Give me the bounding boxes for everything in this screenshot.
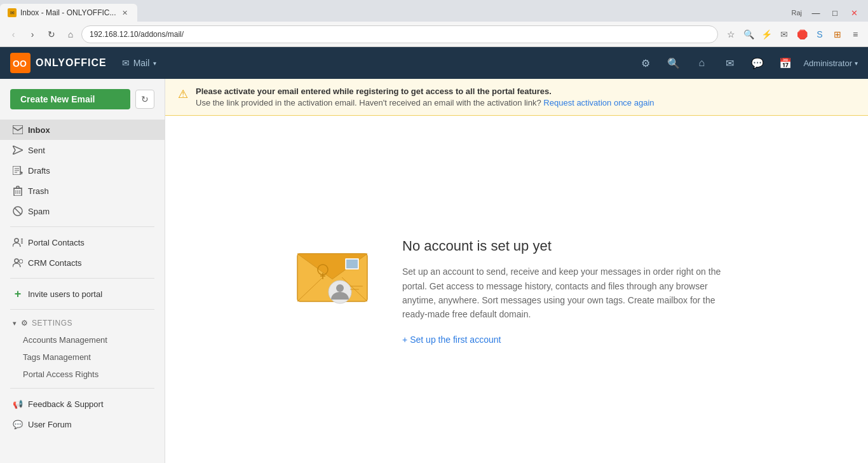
crm-contacts-label: CRM Contacts	[28, 258, 82, 268]
maximize-button[interactable]: □	[826, 4, 844, 22]
sidebar-nav: Inbox Sent Drafts	[0, 120, 165, 457]
sidebar-divider-2	[10, 278, 154, 279]
feedback-icon: 📢	[13, 399, 23, 409]
logo-icon: OO	[10, 53, 31, 73]
drafts-label: Drafts	[28, 166, 50, 176]
svg-rect-30	[346, 259, 358, 268]
reload-button[interactable]: ↻	[43, 26, 60, 43]
sidebar-item-accounts-mgmt[interactable]: Accounts Management	[0, 331, 165, 349]
spam-icon	[13, 206, 23, 216]
mail-header-icon[interactable]: ✉	[719, 53, 740, 73]
sidebar-item-user-forum[interactable]: 💬 User Forum	[0, 414, 165, 434]
settings-gear-icon: ⚙	[21, 319, 29, 328]
admin-menu-button[interactable]: Administrator ▾	[803, 59, 858, 68]
alert-body: Use the link provided in the activation …	[196, 98, 541, 107]
extension3-icon[interactable]: ✉	[776, 27, 792, 42]
portal-contacts-label: Portal Contacts	[28, 238, 85, 247]
extension6-icon[interactable]: ⊞	[830, 27, 845, 42]
inbox-label: Inbox	[28, 125, 50, 135]
header-right: ⚙ 🔍 ⌂ ✉ 💬 📅 Administrator ▾	[635, 53, 858, 73]
setup-link-text: Set up the first account	[410, 335, 501, 345]
forward-button[interactable]: ›	[24, 26, 41, 43]
search-header-icon[interactable]: 🔍	[663, 53, 684, 73]
tab-title: Inbox - Mail - ONLYOFFIC...	[20, 8, 116, 17]
trash-label: Trash	[28, 186, 49, 196]
sidebar-item-portal-contacts[interactable]: Portal Contacts	[0, 232, 165, 252]
feedback-label: Feedback & Support	[28, 399, 104, 409]
sidebar-item-tags-mgmt[interactable]: Tags Management	[0, 349, 165, 366]
sidebar-item-portal-access[interactable]: Portal Access Rights	[0, 366, 165, 383]
invite-plus-icon: +	[13, 289, 23, 299]
extension2-icon[interactable]: ⚡	[759, 27, 774, 42]
sidebar-item-inbox[interactable]: Inbox	[0, 120, 165, 140]
address-bar[interactable]: 192.168.12.10/addons/mail/	[81, 25, 718, 43]
mail-module-label: Mail	[133, 58, 150, 68]
extension5-icon[interactable]: S	[812, 27, 827, 42]
svg-point-23	[15, 259, 18, 263]
forum-icon: 💬	[13, 419, 23, 429]
sidebar-divider-3	[10, 309, 154, 310]
bookmark-star-icon[interactable]: ☆	[723, 27, 738, 42]
sidebar-item-spam[interactable]: Spam	[0, 201, 165, 221]
sent-icon	[13, 145, 23, 155]
sidebar-divider-1	[10, 226, 154, 227]
sidebar-item-sent[interactable]: Sent	[0, 140, 165, 160]
alert-title: Please activate your email entered while…	[196, 86, 654, 96]
empty-state-inner: No account is set up yet Set up an accou…	[294, 238, 739, 345]
create-email-button[interactable]: Create New Email	[10, 89, 130, 109]
home-header-icon[interactable]: ⌂	[691, 53, 712, 73]
user-forum-label: User Forum	[28, 420, 72, 429]
settings-chevron-icon: ▾	[13, 319, 17, 328]
sidebar-item-invite[interactable]: + Invite users to portal	[0, 284, 165, 304]
browser-tab[interactable]: ✉ Inbox - Mail - ONLYOFFIC... ✕	[0, 4, 137, 22]
mail-module-arrow: ▾	[153, 60, 156, 67]
chat-header-icon[interactable]: 💬	[747, 53, 768, 73]
portal-access-label: Portal Access Rights	[23, 370, 98, 379]
empty-state-title: No account is set up yet	[402, 238, 739, 254]
alert-banner: ⚠ Please activate your email entered whi…	[165, 79, 868, 116]
minimize-button[interactable]: —	[807, 4, 825, 22]
extension1-icon[interactable]: 🔍	[741, 27, 756, 42]
app-header: OO ONLYOFFICE ✉ Mail ▾ ⚙ 🔍 ⌂ ✉ 💬 📅 Admin…	[0, 47, 868, 79]
calendar-header-icon[interactable]: 📅	[775, 53, 796, 73]
back-button[interactable]: ‹	[5, 26, 22, 43]
portal-contacts-icon	[13, 237, 23, 247]
url-text: 192.168.12.10/addons/mail/	[90, 30, 184, 39]
tags-mgmt-label: Tags Management	[23, 352, 91, 362]
svg-rect-34	[350, 289, 359, 290]
crm-contacts-icon	[13, 258, 23, 268]
user-badge: Raj	[787, 4, 806, 22]
svg-rect-2	[13, 125, 23, 134]
admin-arrow: ▾	[855, 60, 858, 67]
setup-plus-icon: +	[402, 335, 407, 345]
sidebar-item-drafts[interactable]: Drafts	[0, 160, 165, 181]
menu-icon[interactable]: ≡	[848, 27, 863, 42]
refresh-button[interactable]: ↻	[135, 90, 154, 109]
sidebar-item-feedback[interactable]: 📢 Feedback & Support	[0, 394, 165, 414]
setup-first-account-link[interactable]: + Set up the first account	[402, 335, 739, 345]
svg-marker-3	[13, 146, 23, 155]
svg-line-18	[15, 208, 21, 214]
logo-text: ONLYOFFICE	[36, 57, 107, 69]
alert-text: Please activate your email entered while…	[196, 86, 654, 107]
home-nav-button[interactable]: ⌂	[62, 26, 79, 43]
sidebar-item-crm-contacts[interactable]: CRM Contacts	[0, 252, 165, 273]
svg-text:OO: OO	[13, 59, 27, 69]
activation-link[interactable]: Request activation once again	[543, 98, 654, 107]
mail-module-button[interactable]: ✉ Mail ▾	[117, 55, 162, 71]
spam-label: Spam	[28, 207, 50, 216]
create-email-area: Create New Email ↻	[0, 89, 165, 120]
envelope-illustration	[294, 238, 377, 308]
tab-close-button[interactable]: ✕	[119, 8, 130, 18]
settings-section-header[interactable]: ▾ ⚙ Settings	[0, 315, 165, 331]
settings-label: Settings	[32, 319, 72, 328]
svg-rect-33	[350, 286, 363, 287]
tab-favicon: ✉	[8, 8, 17, 17]
settings-header-icon[interactable]: ⚙	[635, 53, 656, 73]
extension4-icon[interactable]: 🛑	[794, 27, 810, 42]
svg-point-19	[15, 238, 18, 242]
drafts-icon	[13, 165, 23, 176]
close-button[interactable]: ✕	[845, 4, 863, 22]
sent-label: Sent	[28, 146, 45, 155]
sidebar-item-trash[interactable]: Trash	[0, 181, 165, 201]
